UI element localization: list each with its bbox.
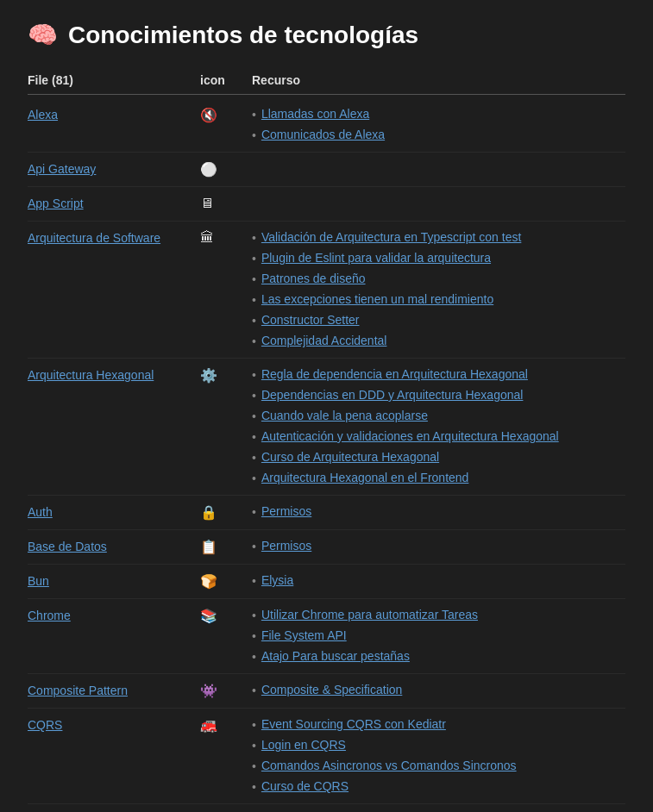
table-row: Api Gateway⚪ — [28, 153, 625, 187]
bullet-icon: • — [252, 607, 256, 625]
file-link[interactable]: CQRS — [28, 717, 62, 734]
resource-link[interactable]: Event Sourcing CQRS con Kediatr — [261, 715, 446, 734]
resource-item: •Cuando vale la pena acoplarse — [252, 407, 625, 426]
resource-item: •Event Sourcing CQRS con Kediatr — [252, 715, 625, 734]
resource-item: •Plugin de Eslint para validar la arquit… — [252, 249, 625, 268]
bullet-icon: • — [252, 106, 256, 124]
header-recurso: Recurso — [252, 73, 625, 87]
bullet-icon: • — [252, 572, 256, 590]
resource-item: •Curso de CQRS — [252, 778, 625, 796]
table-row: Bun🍞•Elysia — [28, 565, 625, 599]
bullet-icon: • — [252, 387, 256, 405]
brain-icon: 🧠 — [28, 21, 58, 49]
bullet-icon: • — [252, 127, 256, 145]
table-row: CQRS🚒•Event Sourcing CQRS con Kediatr•Lo… — [28, 709, 625, 804]
resource-link[interactable]: Login en CQRS — [261, 736, 346, 754]
file-cell: CQRS — [28, 715, 200, 734]
icon-cell: 🏛 — [200, 228, 252, 246]
resource-link[interactable]: Utilizar Chrome para automatizar Tareas — [261, 606, 478, 624]
resource-cell: •Event Sourcing CQRS con Kediatr•Login e… — [252, 715, 625, 796]
resource-item: •Constructor Setter — [252, 311, 625, 330]
resource-item: •Elysia — [252, 572, 625, 590]
resource-link[interactable]: Comandos Asincronos vs Comandos Sincrono… — [261, 757, 517, 775]
file-link[interactable]: Arquitectura Hexagonal — [28, 367, 154, 384]
resource-item: •File System API — [252, 627, 625, 646]
resource-link[interactable]: Validación de Arquitectura en Typescript… — [261, 228, 521, 247]
resource-link[interactable]: Permisos — [261, 503, 311, 521]
table-row: Auth🔒•Permisos — [28, 496, 625, 530]
resource-item: •Regla de dependencia en Arquitectura He… — [252, 365, 625, 384]
icon-cell: 🚒 — [200, 715, 252, 734]
icon-cell: 🔒 — [200, 503, 252, 521]
resource-item: •Complejidad Accidental — [252, 332, 625, 351]
resource-cell: •Regla de dependencia en Arquitectura He… — [252, 365, 625, 488]
resource-link[interactable]: Plugin de Eslint para validar la arquite… — [261, 249, 491, 267]
resource-link[interactable]: Autenticación y validaciones en Arquitec… — [261, 428, 559, 446]
resource-item: •Curso de Arquitectura Hexagonal — [252, 448, 625, 467]
resource-item: •Composite & Specification — [252, 681, 625, 700]
file-link[interactable]: Base de Datos — [28, 539, 107, 556]
icon-cell: 🖥 — [200, 194, 252, 211]
resource-link[interactable]: Dependencias en DDD y Arquitectura Hexag… — [261, 386, 524, 404]
bullet-icon: • — [252, 470, 256, 488]
bullet-icon: • — [252, 229, 256, 247]
resource-link[interactable]: Composite & Specification — [261, 681, 402, 699]
file-link[interactable]: Api Gateway — [28, 161, 96, 178]
table-row: Base de Datos📋•Permisos — [28, 530, 625, 565]
bullet-icon: • — [252, 449, 256, 467]
bullet-icon: • — [252, 312, 256, 330]
icon-cell: 📋 — [200, 537, 252, 555]
file-cell: Auth — [28, 503, 200, 522]
file-link[interactable]: Alexa — [28, 107, 58, 124]
resource-cell: •Composite & Specification — [252, 681, 625, 700]
icon-cell: 🔇 — [200, 105, 252, 123]
file-link[interactable]: App Script — [28, 196, 84, 213]
resource-link[interactable]: Llamadas con Alexa — [261, 105, 369, 123]
resource-link[interactable]: Patrones de diseño — [261, 270, 366, 288]
resource-link[interactable]: Constructor Setter — [261, 311, 360, 329]
bullet-icon: • — [252, 648, 256, 666]
resource-link[interactable]: Comunicados de Alexa — [261, 126, 385, 144]
resource-link[interactable]: Complejidad Accidental — [261, 332, 387, 350]
file-cell: Alexa — [28, 105, 200, 124]
bullet-icon: • — [252, 778, 256, 796]
resource-item: •Comandos Asincronos vs Comandos Sincron… — [252, 757, 625, 776]
resource-link[interactable]: Curso de CQRS — [261, 778, 348, 796]
file-link[interactable]: Auth — [28, 504, 53, 522]
table-body: Alexa🔇•Llamadas con Alexa•Comunicados de… — [28, 98, 625, 812]
file-link[interactable]: Bun — [28, 573, 49, 590]
resource-item: •Permisos — [252, 537, 625, 556]
resource-link[interactable]: Elysia — [261, 572, 293, 590]
bullet-icon: • — [252, 333, 256, 351]
resource-cell: •Permisos — [252, 503, 625, 522]
icon-cell: 📚 — [200, 606, 252, 624]
table-row: Composite Pattern👾•Composite & Specifica… — [28, 674, 625, 709]
resource-link[interactable]: Cuando vale la pena acoplarse — [261, 407, 428, 425]
table-row: Creación de contenido digital📸•Vídeos de… — [28, 804, 625, 812]
bullet-icon: • — [252, 538, 256, 556]
bullet-icon: • — [252, 366, 256, 384]
bullet-icon: • — [252, 716, 256, 734]
resource-item: •Dependencias en DDD y Arquitectura Hexa… — [252, 386, 625, 405]
table-row: App Script🖥 — [28, 187, 625, 222]
file-link[interactable]: Composite Pattern — [28, 683, 128, 700]
resource-link[interactable]: File System API — [261, 627, 347, 645]
header-file: File (81) — [28, 73, 200, 87]
resource-link[interactable]: Arquitectura Hexagonal en el Frontend — [261, 469, 468, 487]
resource-item: •Atajo Para buscar pestañas — [252, 647, 625, 666]
resource-cell: •Validación de Arquitectura en Typescrip… — [252, 228, 625, 351]
bullet-icon: • — [252, 271, 256, 289]
file-cell: App Script — [28, 194, 200, 213]
bullet-icon: • — [252, 250, 256, 268]
resource-link[interactable]: Atajo Para buscar pestañas — [261, 647, 410, 665]
file-link[interactable]: Chrome — [28, 608, 71, 625]
bullet-icon: • — [252, 758, 256, 776]
file-link[interactable]: Arquitectura de Software — [28, 230, 160, 247]
resource-link[interactable]: Regla de dependencia en Arquitectura Hex… — [261, 365, 528, 384]
table-row: Chrome📚•Utilizar Chrome para automatizar… — [28, 599, 625, 674]
resource-link[interactable]: Las excepciones tienen un mal rendimient… — [261, 290, 493, 309]
page-title-row: 🧠 Conocimientos de tecnologías — [28, 21, 625, 49]
resource-link[interactable]: Permisos — [261, 537, 311, 555]
resource-item: •Patrones de diseño — [252, 270, 625, 289]
resource-link[interactable]: Curso de Arquitectura Hexagonal — [261, 448, 439, 466]
